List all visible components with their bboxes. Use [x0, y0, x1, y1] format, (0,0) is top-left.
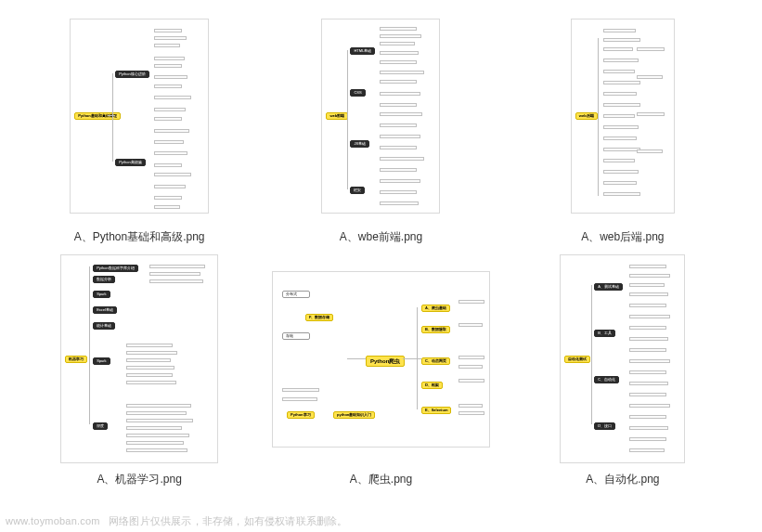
watermark-domain: www.toymoban.com — [6, 515, 100, 526]
thumbnail-image[interactable]: web后端 — [511, 9, 734, 224]
mindmap-branch: Spark — [93, 291, 110, 298]
mindmap-branch: F、数据存储 — [305, 314, 333, 321]
mindmap-branch: B、数据提取 — [421, 326, 450, 333]
mindmap-branch: python基础知识入门 — [333, 411, 375, 419]
mindmap-branch: Python核心进阶 — [115, 71, 149, 78]
thumbnail-image[interactable]: 机器学习 Python数据科学库介绍 数据分析 Spark Excel基础 统计… — [28, 253, 251, 467]
mindmap-root: web后端 — [575, 112, 598, 120]
thumbnail-caption: A、自动化.png — [586, 472, 659, 487]
thumbnail-cell: Python基础和高级编程 Python核心进阶 Python高级篇 — [28, 9, 251, 245]
thumbnail-caption: A、web后端.png — [581, 229, 664, 245]
mindmap-root: Python爬虫 — [366, 356, 405, 367]
mindmap-branch: Python数据科学库介绍 — [93, 265, 137, 272]
watermark-note: 网络图片仅供展示，非存储，如有侵权请联系删除。 — [109, 515, 348, 526]
mindmap-branch: Spark — [93, 357, 110, 365]
thumbnail-image[interactable]: 自动化测试 A、测试基础 B、工具 C、自动化 D、接口 — [511, 253, 734, 467]
mindmap-branch: E、Selenium — [421, 407, 451, 414]
mindmap-branch: Python高级篇 — [115, 159, 145, 166]
thumbnail-cell: Python爬虫 A、爬虫基础 B、数据提取 C、动态网页 D、框架 E、Sel… — [269, 253, 492, 488]
thumbnail-cell: web后端 — [511, 9, 734, 245]
mindmap-root: 机器学习 — [65, 356, 87, 363]
mindmap-branch: HTML基础 — [350, 47, 375, 55]
mindmap-branch: B、工具 — [594, 330, 615, 337]
thumbnail-caption: A、机器学习.png — [97, 472, 181, 487]
thumbnail-image[interactable]: Python爬虫 A、爬虫基础 B、数据提取 C、动态网页 D、框架 E、Sel… — [269, 253, 492, 467]
thumbnail-caption: A、爬虫.png — [350, 472, 412, 487]
thumbnail-caption: A、wbe前端.png — [340, 229, 422, 245]
thumbnail-cell: web前端 HTML基础 CSS JS基础 框架 — [269, 9, 492, 245]
mindmap-branch: JS基础 — [350, 140, 369, 148]
mindmap-root: 自动化测试 — [564, 356, 590, 363]
mindmap-branch: D、框架 — [421, 382, 443, 389]
mindmap-branch: 深度 — [93, 422, 108, 430]
mindmap-branch: D、接口 — [594, 422, 615, 430]
thumbnail-image[interactable]: Python基础和高级编程 Python核心进阶 Python高级篇 — [28, 9, 251, 224]
mindmap-branch: CSS — [350, 89, 365, 97]
mindmap-branch: C、自动化 — [594, 376, 619, 383]
mindmap-branch: A、爬虫基础 — [421, 305, 450, 312]
thumbnail-cell: 机器学习 Python数据科学库介绍 数据分析 Spark Excel基础 统计… — [28, 253, 251, 488]
mindmap-root: Python基础和高级编程 — [74, 112, 121, 120]
thumbnail-cell: 自动化测试 A、测试基础 B、工具 C、自动化 D、接口 — [511, 253, 734, 488]
mindmap-branch: A、测试基础 — [594, 283, 623, 291]
mindmap-root: web前端 — [326, 112, 348, 120]
thumbnail-grid: Python基础和高级编程 Python核心进阶 Python高级篇 — [0, 0, 762, 515]
thumbnail-image[interactable]: web前端 HTML基础 CSS JS基础 框架 — [269, 9, 492, 224]
mindmap-branch: C、动态网页 — [421, 357, 450, 365]
mindmap-branch: 数据分析 — [93, 276, 115, 283]
mindmap-branch: Python学习 — [287, 411, 315, 419]
thumbnail-caption: A、Python基础和高级.png — [74, 229, 205, 245]
watermark-footer: www.toymoban.com 网络图片仅供展示，非存储，如有侵权请联系删除。 — [6, 514, 348, 528]
mindmap-branch: 框架 — [350, 187, 365, 194]
